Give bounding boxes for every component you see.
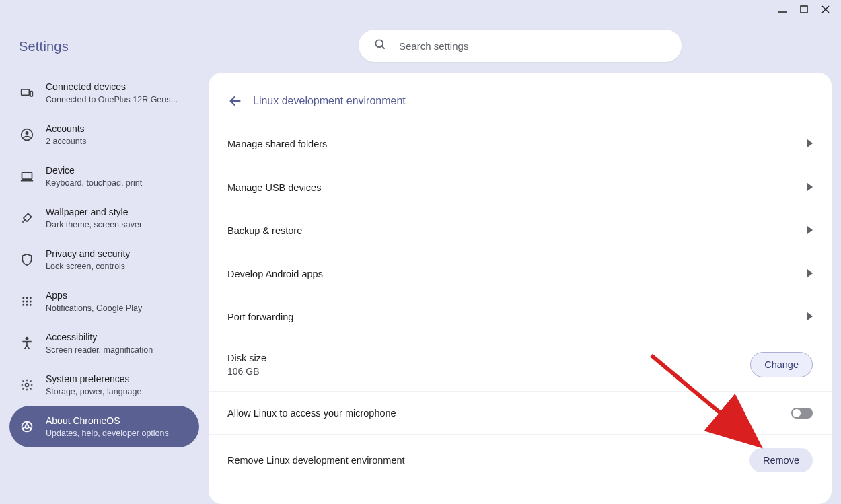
svg-point-11	[26, 297, 28, 299]
svg-point-22	[26, 425, 29, 429]
row-port-forwarding[interactable]: Port forwarding	[209, 295, 832, 338]
svg-point-13	[22, 301, 24, 303]
sidebar-item-label: Accessibility	[46, 332, 153, 343]
minimize-button[interactable]	[776, 3, 789, 15]
sidebar-item-sub: Storage, power, language	[46, 387, 141, 396]
shield-icon	[20, 253, 34, 266]
sidebar-item-label: Apps	[46, 290, 142, 301]
change-disk-size-button[interactable]: Change	[750, 352, 813, 377]
person-icon	[20, 128, 34, 141]
svg-point-23	[375, 40, 383, 47]
gear-icon	[20, 378, 34, 392]
svg-point-19	[26, 338, 28, 340]
apps-grid-icon	[20, 295, 34, 308]
sidebar-item-label: Accounts	[46, 123, 86, 134]
row-label: Allow Linux to access your microphone	[227, 408, 396, 419]
svg-point-15	[30, 301, 32, 303]
accessibility-icon	[20, 336, 34, 350]
svg-point-20	[26, 384, 29, 387]
chevron-right-icon	[807, 138, 813, 150]
sidebar-item-connected-devices[interactable]: Connected devices Connected to OnePlus 1…	[9, 72, 199, 114]
sidebar-item-sub: Dark theme, screen saver	[46, 220, 142, 229]
chevron-right-icon	[807, 225, 813, 237]
panel-title: Linux development environment	[253, 95, 406, 107]
devices-icon	[20, 86, 34, 100]
search-bar[interactable]	[359, 30, 682, 62]
row-label: Manage USB devices	[227, 182, 321, 193]
disk-size-value: 106 GB	[227, 366, 266, 377]
search-input[interactable]	[399, 40, 667, 52]
sidebar-item-sub: Screen reader, magnification	[46, 345, 153, 355]
sidebar-item-sub: Keyboard, touchpad, print	[46, 178, 142, 188]
sidebar-item-label: About ChromeOS	[46, 415, 169, 426]
row-disk-size: Disk size 106 GB Change	[209, 338, 832, 391]
row-mic-access[interactable]: Allow Linux to access your microphone	[209, 391, 832, 434]
row-label: Port forwarding	[227, 312, 293, 322]
sidebar-item-system[interactable]: System preferences Storage, power, langu…	[9, 364, 199, 406]
sidebar-item-device[interactable]: Device Keyboard, touchpad, print	[9, 155, 199, 197]
row-label: Manage shared folders	[227, 139, 327, 149]
row-label: Disk size	[227, 353, 266, 363]
settings-panel: Linux development environment Manage sha…	[209, 73, 832, 504]
sidebar: Settings Connected devices Connected to …	[0, 19, 209, 504]
window-titlebar	[0, 0, 841, 19]
sidebar-item-sub: 2 accounts	[46, 137, 86, 146]
svg-point-12	[30, 297, 32, 299]
sidebar-item-privacy[interactable]: Privacy and security Lock screen, contro…	[9, 239, 199, 281]
sidebar-item-label: Privacy and security	[46, 248, 130, 259]
chevron-right-icon	[807, 311, 813, 323]
row-label: Develop Android apps	[227, 268, 323, 279]
chrome-icon	[20, 420, 34, 433]
sidebar-item-label: System preferences	[46, 373, 141, 384]
sidebar-item-sub: Connected to OnePlus 12R Gens...	[46, 95, 178, 104]
row-remove-linux: Remove Linux development environment Rem…	[209, 434, 832, 486]
row-manage-shared-folders[interactable]: Manage shared folders	[209, 122, 832, 166]
sidebar-item-accessibility[interactable]: Accessibility Screen reader, magnificati…	[9, 322, 199, 364]
chevron-right-icon	[807, 182, 813, 194]
mic-toggle[interactable]	[791, 408, 813, 419]
svg-point-16	[22, 304, 24, 306]
sidebar-item-sub: Notifications, Google Play	[46, 303, 142, 313]
svg-line-24	[382, 46, 385, 49]
maximize-button[interactable]	[798, 3, 810, 15]
sidebar-item-about[interactable]: About ChromeOS Updates, help, developer …	[9, 406, 199, 447]
sidebar-item-label: Device	[46, 165, 142, 176]
sidebar-item-accounts[interactable]: Accounts 2 accounts	[9, 114, 199, 155]
svg-rect-4	[22, 89, 30, 95]
row-manage-usb[interactable]: Manage USB devices	[209, 166, 832, 209]
svg-point-7	[26, 131, 29, 135]
back-button[interactable]	[227, 93, 244, 109]
app-title: Settings	[9, 24, 199, 72]
svg-point-10	[22, 297, 24, 299]
svg-rect-8	[22, 172, 32, 179]
row-develop-android[interactable]: Develop Android apps	[209, 252, 832, 295]
sidebar-item-wallpaper[interactable]: Wallpaper and style Dark theme, screen s…	[9, 197, 199, 239]
search-icon	[373, 38, 387, 54]
sidebar-item-label: Connected devices	[46, 81, 178, 92]
close-button[interactable]	[819, 3, 832, 15]
sidebar-item-apps[interactable]: Apps Notifications, Google Play	[9, 281, 199, 322]
svg-point-17	[26, 304, 28, 306]
svg-point-14	[26, 301, 28, 303]
sidebar-item-sub: Updates, help, developer options	[46, 429, 169, 438]
svg-rect-1	[801, 6, 807, 13]
sidebar-item-label: Wallpaper and style	[46, 207, 142, 217]
laptop-icon	[20, 170, 34, 183]
sidebar-item-sub: Lock screen, controls	[46, 262, 130, 271]
row-backup-restore[interactable]: Backup & restore	[209, 209, 832, 252]
svg-rect-5	[30, 92, 32, 97]
chevron-right-icon	[807, 268, 813, 280]
row-label: Backup & restore	[227, 225, 302, 236]
brush-icon	[20, 211, 34, 225]
row-label: Remove Linux development environment	[227, 455, 405, 466]
remove-linux-button[interactable]: Remove	[749, 448, 813, 472]
svg-point-18	[30, 304, 32, 306]
